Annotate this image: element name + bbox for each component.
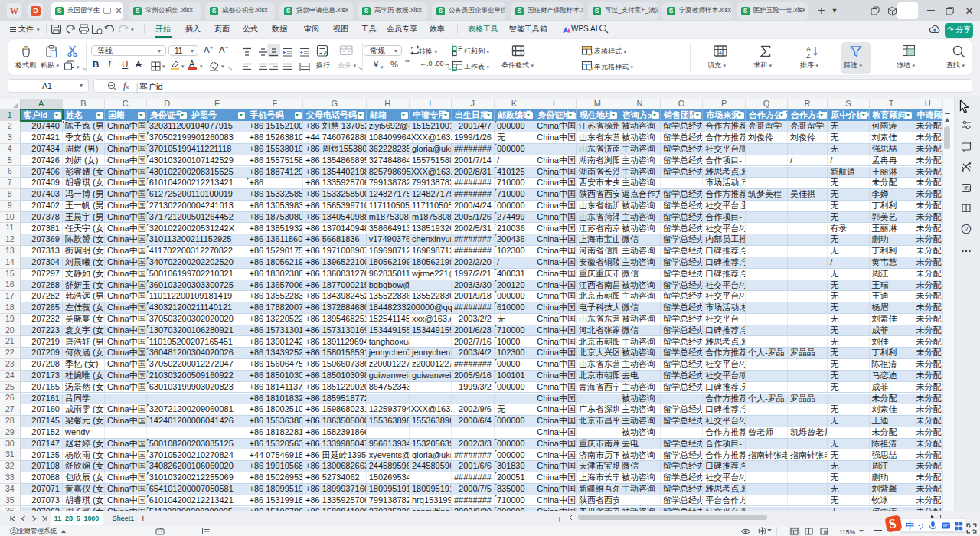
svg-text:?: ? bbox=[965, 225, 969, 233]
svg-text:Z: Z bbox=[806, 51, 811, 58]
svg-text:中: 中 bbox=[760, 529, 765, 534]
